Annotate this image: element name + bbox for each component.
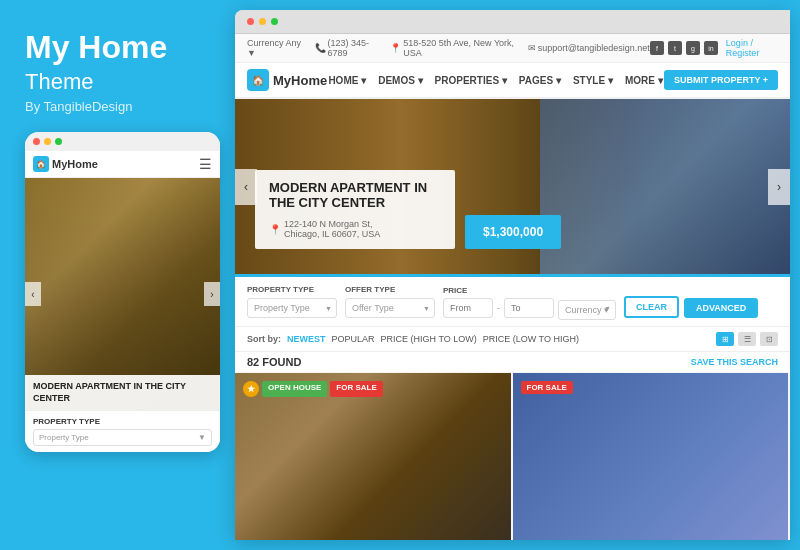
nav-logo-text: MyHome bbox=[273, 73, 327, 88]
for-sale-badge-1: FOR SALE bbox=[330, 381, 382, 397]
offer-type-select[interactable]: Offer Type bbox=[345, 298, 435, 318]
theme-title: My Home bbox=[25, 30, 215, 65]
currency-select-wrap: Currency ▾ bbox=[558, 299, 616, 317]
mobile-prev-button[interactable]: ‹ bbox=[25, 282, 41, 306]
price-label: PRICE bbox=[443, 286, 616, 295]
hero-price-button[interactable]: $1,300,000 bbox=[465, 215, 561, 249]
location-pin-icon: 📍 bbox=[269, 224, 281, 235]
linkedin-icon[interactable]: in bbox=[704, 41, 718, 55]
topbar-right: f t g in Login / Register bbox=[650, 38, 778, 58]
facebook-icon[interactable]: f bbox=[650, 41, 664, 55]
left-panel: My Home Theme By TangibleDesign 🏠 MyHome… bbox=[0, 0, 235, 550]
mobile-top-bar bbox=[25, 132, 220, 151]
google-plus-icon[interactable]: g bbox=[686, 41, 700, 55]
property-type-select[interactable]: Property Type bbox=[247, 298, 337, 318]
offer-type-group: OFFER TYPE Offer Type bbox=[345, 285, 435, 318]
property-type-label: PROPERTY TYPE bbox=[247, 285, 337, 294]
price-to-input[interactable] bbox=[504, 298, 554, 318]
browser-chrome bbox=[235, 10, 790, 34]
sort-price-low[interactable]: PRICE (LOW TO HIGH) bbox=[483, 334, 579, 344]
property-type-select-wrap: Property Type bbox=[247, 297, 337, 318]
grid-view-icon[interactable]: ⊞ bbox=[716, 332, 734, 346]
hero-next-button[interactable]: › bbox=[768, 169, 790, 205]
topbar-left: Currency Any ▼ 📞 (123) 345-6789 📍 518-52… bbox=[247, 38, 650, 58]
sort-newest[interactable]: NEWEST bbox=[287, 334, 326, 344]
price-inputs: - Currency ▾ bbox=[443, 298, 616, 318]
nav-style[interactable]: STYLE ▾ bbox=[573, 75, 613, 86]
found-count: 82 FOUND bbox=[247, 356, 301, 368]
mobile-logo-icon: 🏠 bbox=[33, 156, 49, 172]
property-card-1[interactable]: ★ OPEN HOUSE FOR SALE bbox=[235, 373, 513, 540]
nav-links: HOME ▾ DEMOS ▾ PROPERTIES ▾ PAGES ▾ STYL… bbox=[328, 75, 662, 86]
advanced-button[interactable]: ADVANCED bbox=[684, 298, 758, 318]
phone-icon: 📞 bbox=[315, 43, 326, 53]
theme-subtitle: Theme bbox=[25, 69, 215, 95]
offer-type-select-wrap: Offer Type bbox=[345, 297, 435, 318]
site-topbar: Currency Any ▼ 📞 (123) 345-6789 📍 518-52… bbox=[235, 34, 790, 63]
mobile-logo-text: MyHome bbox=[52, 158, 98, 170]
mobile-next-button[interactable]: › bbox=[204, 282, 220, 306]
theme-author: By TangibleDesign bbox=[25, 99, 215, 114]
site-hero: ‹ › MODERN APARTMENT IN THE CITY CENTER … bbox=[235, 99, 790, 274]
topbar-email: ✉ support@tangibledesign.net bbox=[528, 43, 650, 53]
nav-properties[interactable]: PROPERTIES ▾ bbox=[435, 75, 507, 86]
nav-more[interactable]: MORE ▾ bbox=[625, 75, 663, 86]
nav-demos[interactable]: DEMOS ▾ bbox=[378, 75, 422, 86]
mobile-hero: ‹ › MODERN APARTMENT IN THE CITY CENTER bbox=[25, 178, 220, 410]
topbar-phone: 📞 (123) 345-6789 bbox=[315, 38, 381, 58]
mobile-preview: 🏠 MyHome ☰ ‹ › MODERN APARTMENT IN THE C… bbox=[25, 132, 220, 452]
topbar-address: 📍 518-520 5th Ave, New York, USA bbox=[390, 38, 517, 58]
browser-dot-red bbox=[247, 18, 254, 25]
property-card-1-badges: ★ OPEN HOUSE FOR SALE bbox=[243, 381, 383, 397]
browser-dot-green bbox=[271, 18, 278, 25]
mobile-search-section: PROPERTY TYPE Property Type ▼ bbox=[25, 410, 220, 452]
twitter-icon[interactable]: t bbox=[668, 41, 682, 55]
dot-green bbox=[55, 138, 62, 145]
sort-popular[interactable]: POPULAR bbox=[332, 334, 375, 344]
nav-home[interactable]: HOME ▾ bbox=[328, 75, 366, 86]
mobile-hero-overlay: MODERN APARTMENT IN THE CITY CENTER bbox=[25, 375, 220, 410]
for-sale-badge-2: FOR SALE bbox=[521, 381, 573, 394]
mobile-hero-title: MODERN APARTMENT IN THE CITY CENTER bbox=[33, 381, 212, 404]
mobile-nav: 🏠 MyHome ☰ bbox=[25, 151, 220, 178]
nav-logo-icon: 🏠 bbox=[247, 69, 269, 91]
results-bar: Sort by: NEWEST POPULAR PRICE (HIGH TO L… bbox=[235, 327, 790, 352]
price-separator: - bbox=[497, 303, 500, 313]
hero-overlay-box: MODERN APARTMENT IN THE CITY CENTER 📍 12… bbox=[255, 170, 455, 249]
property-card-2-image bbox=[513, 373, 789, 540]
right-panel: Currency Any ▼ 📞 (123) 345-6789 📍 518-52… bbox=[235, 10, 790, 540]
location-icon: 📍 bbox=[390, 43, 401, 53]
clear-button[interactable]: CLEAR bbox=[624, 296, 679, 318]
price-group: PRICE - Currency ▾ bbox=[443, 286, 616, 318]
found-row: 82 FOUND SAVE THIS SEARCH bbox=[235, 352, 790, 373]
dot-red bbox=[33, 138, 40, 145]
mobile-logo: 🏠 MyHome bbox=[33, 156, 98, 172]
hero-address: 📍 122-140 N Morgan St, Chicago, IL 60607… bbox=[269, 219, 441, 239]
save-search-link[interactable]: SAVE THIS SEARCH bbox=[691, 357, 778, 367]
hamburger-icon[interactable]: ☰ bbox=[199, 156, 212, 172]
search-bar: PROPERTY TYPE Property Type OFFER TYPE O… bbox=[235, 274, 790, 327]
price-currency-select[interactable]: Currency ▾ bbox=[558, 300, 616, 320]
sort-section: Sort by: NEWEST POPULAR PRICE (HIGH TO L… bbox=[247, 334, 579, 344]
browser-dot-yellow bbox=[259, 18, 266, 25]
property-type-group: PROPERTY TYPE Property Type bbox=[247, 285, 337, 318]
mobile-search-arrow: ▼ bbox=[198, 433, 206, 442]
submit-property-button[interactable]: SUBMIT PROPERTY + bbox=[664, 70, 778, 90]
sort-price-high[interactable]: PRICE (HIGH TO LOW) bbox=[381, 334, 477, 344]
star-badge: ★ bbox=[243, 381, 259, 397]
currency-label: Currency Any ▼ bbox=[247, 38, 305, 58]
property-cards: ★ OPEN HOUSE FOR SALE FOR SALE bbox=[235, 373, 790, 540]
mobile-search-label: PROPERTY TYPE bbox=[33, 417, 212, 426]
sort-label: Sort by: bbox=[247, 334, 281, 344]
map-view-icon[interactable]: ⊡ bbox=[760, 332, 778, 346]
nav-pages[interactable]: PAGES ▾ bbox=[519, 75, 561, 86]
mobile-search-placeholder: Property Type bbox=[39, 433, 89, 442]
property-card-2-badges: FOR SALE bbox=[521, 381, 573, 394]
social-icons: f t g in bbox=[650, 41, 718, 55]
hero-prev-button[interactable]: ‹ bbox=[235, 169, 257, 205]
property-card-2[interactable]: FOR SALE bbox=[513, 373, 791, 540]
mobile-search-input-display[interactable]: Property Type ▼ bbox=[33, 429, 212, 446]
login-link[interactable]: Login / Register bbox=[726, 38, 778, 58]
list-view-icon[interactable]: ☰ bbox=[738, 332, 756, 346]
price-from-input[interactable] bbox=[443, 298, 493, 318]
